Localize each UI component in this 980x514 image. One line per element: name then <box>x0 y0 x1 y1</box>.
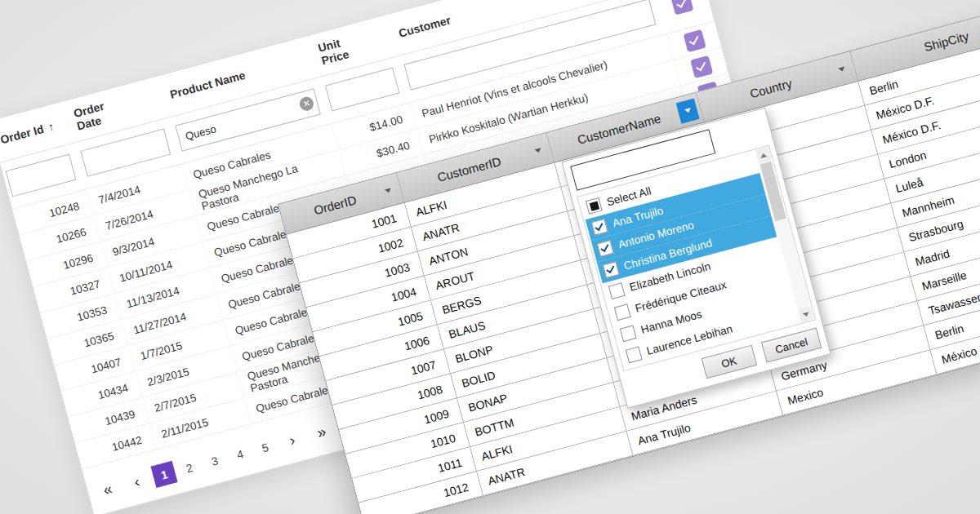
page-number-button[interactable]: 5 <box>252 434 278 461</box>
page-number-label: 2 <box>185 460 194 474</box>
column-header-label: ShipCity <box>918 24 980 55</box>
column-header-label: Product Name <box>168 69 247 101</box>
item-checkbox[interactable] <box>591 219 608 236</box>
item-checkbox[interactable] <box>597 240 614 257</box>
item-checkbox[interactable] <box>603 261 620 278</box>
page-number-label: 5 <box>261 440 270 454</box>
first-page-button[interactable]: « <box>92 476 123 503</box>
scroll-up-icon[interactable] <box>755 147 772 163</box>
chevron-down-icon <box>534 148 541 153</box>
page-number-button[interactable]: 3 <box>201 447 228 474</box>
page-number-label: 4 <box>235 447 245 461</box>
scroll-down-icon[interactable] <box>798 306 814 322</box>
item-checkbox[interactable] <box>608 282 626 299</box>
order-id-filter-input[interactable] <box>6 153 77 197</box>
item-checkbox[interactable] <box>620 325 637 342</box>
column-header-label: Customer <box>397 13 452 39</box>
unit-price-filter-input[interactable] <box>325 67 400 111</box>
item-checkbox[interactable] <box>614 304 631 321</box>
page-number-button[interactable]: 2 <box>176 454 203 481</box>
page-number-label: 3 <box>210 454 220 467</box>
chevron-down-icon <box>838 67 845 73</box>
chevron-down-icon <box>684 108 692 113</box>
filter-dropdown-button[interactable] <box>376 178 399 203</box>
ok-button[interactable]: OK <box>701 345 757 379</box>
filter-dropdown-button[interactable] <box>830 57 853 82</box>
next-page-button[interactable]: › <box>277 426 308 454</box>
page-number-button[interactable]: 1 <box>150 461 177 488</box>
last-page-button[interactable]: » <box>306 419 337 446</box>
column-header-label: Unit Price <box>317 33 355 67</box>
row-checkbox-checked[interactable] <box>690 55 713 78</box>
previous-page-button[interactable]: ‹ <box>122 467 153 495</box>
column-header-label: Order Id <box>0 122 45 147</box>
row-checkbox-checked[interactable] <box>683 29 706 52</box>
cancel-button[interactable]: Cancel <box>761 327 822 362</box>
select-all-checkbox-indeterminate[interactable] <box>586 197 603 215</box>
page-number-button[interactable]: 4 <box>226 441 253 467</box>
stage: Order Id ↑ Order Date Product Name Unit … <box>0 0 980 514</box>
sort-ascending-icon: ↑ <box>47 120 56 134</box>
row-checkbox-checked[interactable] <box>670 0 693 15</box>
column-header-label: Order Date <box>72 96 120 133</box>
item-checkbox[interactable] <box>626 346 643 363</box>
page-number-label: 1 <box>159 467 169 481</box>
chevron-down-icon <box>384 188 391 194</box>
filter-dropdown-button[interactable] <box>526 138 550 163</box>
